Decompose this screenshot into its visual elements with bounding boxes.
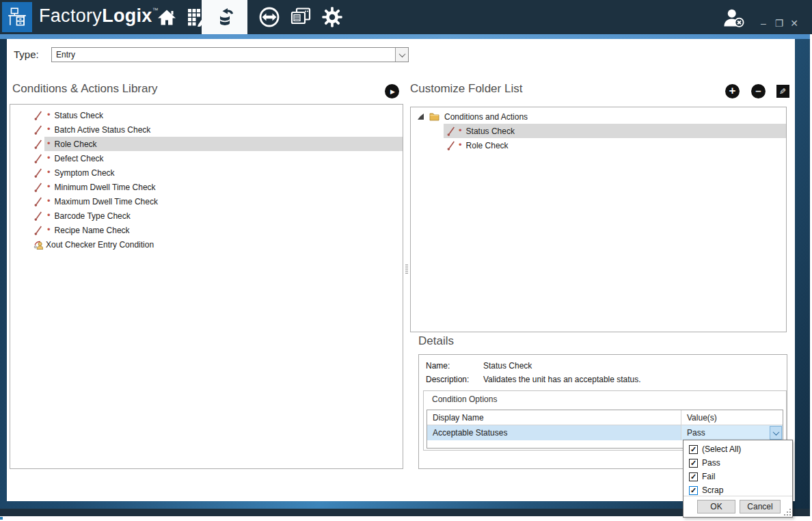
list-item-label: Batch Active Status Check (55, 125, 151, 135)
column-display-name: Display Name (427, 410, 681, 425)
bullet-icon (47, 210, 51, 220)
list-item[interactable]: Status Check (10, 108, 403, 122)
list-item-body[interactable]: Symptom Check (44, 165, 403, 180)
list-item[interactable]: Batch Active Status Check (10, 122, 403, 137)
list-item-body[interactable]: Batch Active Status Check (44, 122, 403, 137)
value-cell[interactable]: Pass (681, 425, 783, 440)
cancel-button[interactable]: Cancel (740, 500, 781, 513)
popup-option[interactable]: Scrap (684, 483, 792, 497)
value-dropdown-button[interactable] (770, 426, 782, 440)
add-folder-button[interactable] (725, 84, 740, 98)
transfer-icon[interactable] (254, 0, 284, 34)
condition-check-icon (33, 197, 43, 206)
list-item-body[interactable]: Role Check (44, 137, 403, 151)
tree-root-node[interactable]: Conditions and Actions (411, 109, 786, 124)
column-values: Value(s) (681, 410, 783, 425)
description-value: Validates the unit has an acceptable sta… (483, 375, 641, 384)
settings-gear-icon[interactable] (317, 0, 347, 34)
popup-option-label: Fail (702, 472, 715, 481)
tree-item-body[interactable]: Status Check (444, 124, 786, 138)
bullet-icon (459, 125, 462, 135)
popup-option[interactable]: (Select All) (684, 442, 792, 456)
checkbox-icon[interactable] (689, 472, 698, 481)
condition-check-icon (446, 141, 456, 150)
condition-check-icon (446, 126, 456, 136)
minimize-button[interactable]: – (757, 18, 770, 29)
checkbox-icon[interactable] (689, 459, 698, 468)
name-label: Name: (426, 361, 483, 371)
list-item[interactable]: Defect Check (10, 151, 403, 165)
tree-expander-icon[interactable] (418, 113, 424, 120)
close-button[interactable]: ✕ (788, 18, 800, 29)
application-window: FactoryLogix™ (0, 0, 812, 521)
remove-folder-button[interactable] (751, 84, 766, 98)
tree-item-label: Status Check (466, 126, 515, 136)
list-item[interactable]: Minimum Dwell Time Check (10, 180, 403, 194)
chevron-down-icon (398, 51, 405, 57)
tree-item[interactable]: Role Check (411, 138, 786, 152)
type-select-value: Entry (52, 50, 395, 59)
details-title: Details (418, 334, 454, 348)
maximize-button[interactable]: ❐ (773, 18, 785, 29)
value-select-popup: (Select All) Pass Fail Scrap OK Cancel (683, 440, 793, 518)
move-right-button[interactable] (385, 84, 399, 98)
list-item-label: Status Check (55, 111, 103, 120)
resize-grip[interactable] (785, 509, 791, 516)
factorylogix-logo-icon (2, 2, 32, 32)
list-item-body[interactable]: Xout Checker Entry Condition (44, 237, 403, 252)
list-item-label: Xout Checker Entry Condition (46, 240, 154, 250)
tree-item-body[interactable]: Role Check (444, 138, 786, 152)
list-item-body[interactable]: Recipe Name Check (44, 223, 403, 237)
list-item[interactable]: Recipe Name Check (10, 223, 403, 237)
list-item-body[interactable]: Minimum Dwell Time Check (44, 180, 403, 194)
condition-options-title: Condition Options (432, 395, 497, 404)
library-icon[interactable] (202, 0, 247, 34)
checkbox-icon[interactable] (689, 445, 698, 454)
list-item-body[interactable]: Defect Check (44, 151, 403, 165)
value-cell-text: Pass (687, 428, 705, 438)
type-label: Type: (14, 49, 39, 60)
popup-option-label: (Select All) (702, 444, 741, 454)
table-row[interactable]: Acceptable Statuses Pass (427, 425, 783, 440)
content-area: Type: Entry Conditions & Actions Library… (7, 39, 795, 501)
list-item-label: Recipe Name Check (55, 226, 130, 235)
documents-icon[interactable] (286, 0, 316, 34)
folder-icon (429, 112, 439, 121)
list-item[interactable]: Barcode Type Check (10, 209, 403, 223)
list-item[interactable]: Xout Checker Entry Condition (10, 237, 403, 252)
folders-panel-title: Customize Folder List (410, 82, 522, 96)
condition-check-icon (33, 154, 43, 163)
condition-check-icon (33, 211, 43, 221)
condition-check-icon (33, 226, 43, 235)
popup-option[interactable]: Pass (684, 456, 792, 470)
home-icon[interactable] (152, 0, 182, 34)
condition-check-icon (33, 183, 43, 192)
list-item[interactable]: Maximum Dwell Time Check (10, 194, 403, 209)
list-item[interactable]: Role Check (10, 137, 403, 151)
list-item-body[interactable]: Maximum Dwell Time Check (44, 194, 403, 209)
list-item-body[interactable]: Status Check (44, 108, 403, 122)
edit-folder-button[interactable] (776, 85, 789, 98)
tree-item[interactable]: Status Check (411, 124, 786, 138)
list-item-label: Maximum Dwell Time Check (55, 197, 158, 206)
list-item[interactable]: Symptom Check (10, 165, 403, 180)
bullet-icon (47, 152, 51, 163)
list-item-body[interactable]: Barcode Type Check (44, 209, 403, 223)
bullet-icon (459, 139, 462, 150)
checkbox-icon[interactable] (689, 486, 698, 495)
name-value: Status Check (483, 361, 532, 371)
bullet-icon (47, 124, 51, 134)
user-logout-icon[interactable] (722, 8, 745, 30)
panel-splitter[interactable] (405, 265, 409, 277)
display-name-cell: Acceptable Statuses (427, 425, 681, 440)
condition-check-icon (33, 168, 43, 178)
detail-name-row: Name: Status Check (426, 361, 532, 371)
list-item-label: Defect Check (55, 154, 104, 163)
popup-option[interactable]: Fail (684, 470, 792, 483)
popup-buttons: OK Cancel (684, 496, 792, 517)
ok-button[interactable]: OK (697, 500, 735, 513)
description-label: Description: (426, 375, 483, 384)
condition-check-icon (33, 125, 43, 135)
type-select[interactable]: Entry (51, 47, 409, 62)
type-select-dropdown-button[interactable] (395, 48, 408, 62)
